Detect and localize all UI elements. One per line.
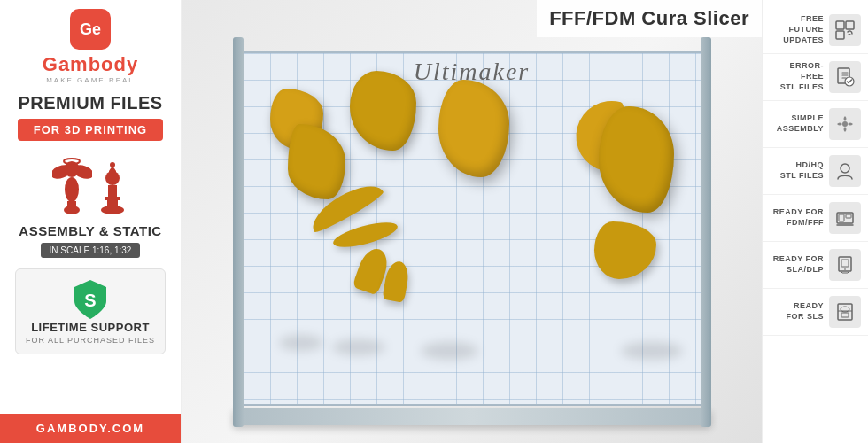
shield-icon: S <box>71 278 110 321</box>
brand-name[interactable]: Gambody <box>43 53 138 76</box>
premium-files-label: PREMIUM FILES <box>18 93 162 113</box>
svg-rect-16 <box>836 21 844 29</box>
left-sidebar: Ge Gambody MAKE GAME REAL PREMIUM FILES … <box>0 0 182 443</box>
scale-badge: IN SCALE 1:16, 1:32 <box>41 243 141 258</box>
error-free-icon <box>829 61 861 93</box>
right-item-sls: READYFOR SLS <box>763 289 868 336</box>
bed-grid: Ultimaker <box>242 51 702 406</box>
lifetime-title: LIFETIME SUPPORT <box>31 321 150 334</box>
for-3d-badge: FOR 3D PRINTING <box>18 119 163 141</box>
svg-rect-18 <box>836 31 844 39</box>
model-body-large <box>438 80 509 177</box>
figurine-angel <box>52 150 92 216</box>
sls-icon <box>829 296 861 328</box>
right-sidebar: FREE FUTUREUPDATES ERROR-FREESTL FILES S… <box>762 0 868 443</box>
lifetime-sub: FOR ALL PURCHASED FILES <box>26 336 155 345</box>
shadow-1 <box>279 335 323 351</box>
svg-rect-32 <box>841 313 849 317</box>
printer-preview: FFF/FDM Cura Slicer Ultimaker <box>182 0 762 443</box>
sladlp-icon <box>829 249 861 281</box>
free-updates-label: FREE FUTUREUPDATES <box>768 14 824 45</box>
printer-bed: Ultimaker <box>242 51 702 406</box>
svg-rect-8 <box>107 198 118 211</box>
svg-rect-6 <box>67 201 76 212</box>
svg-rect-28 <box>841 260 849 267</box>
logo-area: Ge Gambody MAKE GAME REAL <box>43 9 138 89</box>
model-right-large <box>599 106 674 213</box>
gambody-logo-icon[interactable]: Ge <box>70 9 111 50</box>
sladlp-label: READY FORSLA/DLP <box>773 254 824 275</box>
model-claw-2 <box>330 218 399 253</box>
figurine-chess <box>97 159 128 216</box>
printer-left-bar <box>233 37 244 427</box>
right-item-fdmfff: READY FORFDM/FFF <box>763 195 868 242</box>
svg-rect-10 <box>108 185 117 198</box>
printer-right-bar <box>701 37 711 427</box>
svg-point-14 <box>110 162 115 167</box>
sls-label: READYFOR SLS <box>786 301 824 322</box>
free-updates-icon <box>829 14 861 46</box>
svg-point-21 <box>842 121 848 127</box>
slicer-title: FFF/FDM Cura Slicer <box>537 0 762 37</box>
model-brush <box>594 222 656 279</box>
right-item-free-updates: FREE FUTUREUPDATES <box>763 7 868 54</box>
figurines-area <box>43 150 137 216</box>
right-item-sladlp: READY FORSLA/DLP <box>763 242 868 289</box>
right-item-hdhq: HD/HQSTL FILES <box>763 148 868 195</box>
printer-base <box>233 408 711 425</box>
assembly-label: SIMPLEASSEMBLY <box>777 113 824 134</box>
gambody-footer[interactable]: GAMBODY.COM <box>0 414 181 443</box>
hdhq-label: HD/HQSTL FILES <box>780 160 824 181</box>
assembly-icon <box>829 108 861 140</box>
center-area: FFF/FDM Cura Slicer Ultimaker <box>182 0 762 443</box>
model-horned-head <box>350 71 416 151</box>
svg-point-2 <box>65 177 79 202</box>
shadow-3 <box>421 342 478 360</box>
lifetime-support-box: S LIFETIME SUPPORT FOR ALL PURCHASED FIL… <box>15 268 166 354</box>
fdmfff-label: READY FORFDM/FFF <box>773 207 824 228</box>
assembly-static-label: ASSEMBLY & STATIC <box>19 223 161 238</box>
fdmfff-icon <box>829 202 861 234</box>
svg-point-22 <box>841 164 849 173</box>
right-item-assembly: SIMPLEASSEMBLY <box>763 101 868 148</box>
svg-rect-24 <box>839 214 844 222</box>
model-hand <box>288 124 345 199</box>
shadow-4 <box>621 342 683 360</box>
shadow-2 <box>332 339 385 355</box>
tagline: MAKE GAME REAL <box>46 76 135 84</box>
error-free-label: ERROR-FREESTL FILES <box>768 61 824 92</box>
svg-rect-12 <box>109 171 116 180</box>
svg-text:S: S <box>84 291 96 310</box>
logo-letters: Ge <box>80 20 101 39</box>
right-item-error-free: ERROR-FREESTL FILES <box>763 54 868 101</box>
svg-rect-25 <box>846 214 851 218</box>
hdhq-icon <box>829 155 861 187</box>
svg-rect-17 <box>846 21 854 29</box>
